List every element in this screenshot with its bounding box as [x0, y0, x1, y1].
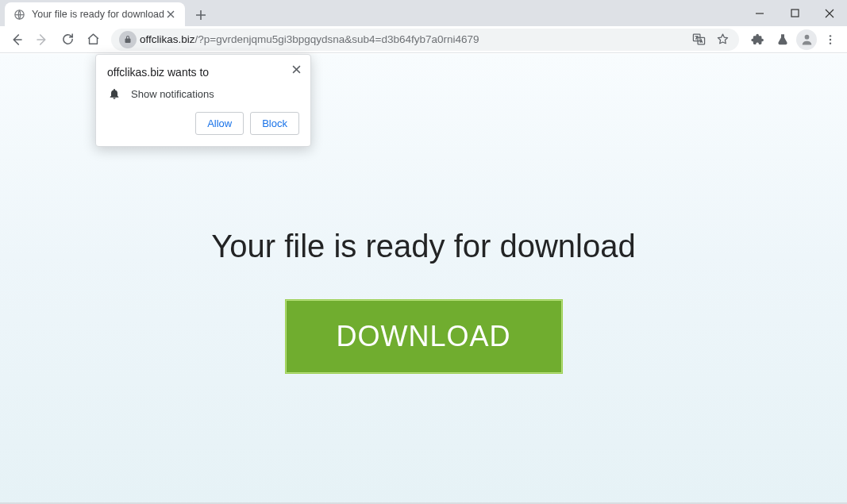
titlebar: Your file is ready for download: [0, 0, 847, 26]
url-host: offclikas.biz: [140, 33, 195, 45]
kebab-menu-icon[interactable]: [818, 29, 842, 51]
forward-button[interactable]: [30, 29, 54, 51]
svg-point-6: [830, 38, 831, 40]
minimize-button[interactable]: [742, 0, 777, 26]
block-button[interactable]: Block: [250, 112, 299, 135]
browser-toolbar: offclikas.biz/?p=gvrdenjqmu5gi3bpgqydsna…: [0, 26, 847, 53]
profile-avatar[interactable]: [796, 29, 817, 50]
svg-rect-1: [791, 10, 799, 17]
globe-icon: [13, 8, 25, 21]
bell-icon: [107, 87, 121, 101]
reload-button[interactable]: [56, 29, 79, 51]
popup-message: Show notifications: [131, 88, 214, 100]
allow-button[interactable]: Allow: [195, 112, 244, 135]
address-bar[interactable]: offclikas.biz/?p=gvrdenjqmu5gi3bpgqydsna…: [111, 29, 739, 51]
home-button[interactable]: [81, 29, 105, 51]
svg-point-4: [804, 35, 809, 40]
back-button[interactable]: [5, 29, 29, 51]
notification-permission-popup: offclikas.biz wants to Show notification…: [95, 54, 311, 147]
popup-close-icon[interactable]: [288, 61, 304, 77]
translate-icon[interactable]: [690, 31, 707, 48]
download-button[interactable]: DOWNLOAD: [285, 299, 563, 374]
browser-tab[interactable]: Your file is ready for download: [5, 2, 185, 26]
svg-point-5: [830, 35, 831, 37]
new-tab-button[interactable]: [190, 4, 212, 26]
url-path: /?p=gvrdenjqmu5gi3bpgqydsna&sub4=d3b64fy…: [195, 33, 479, 45]
page-headline: Your file is ready for download: [211, 229, 635, 264]
page-viewport: Your file is ready for download DOWNLOAD…: [0, 53, 847, 504]
popup-title: offclikas.biz wants to: [107, 66, 299, 79]
svg-point-7: [830, 42, 831, 44]
tab-close-icon[interactable]: [164, 8, 177, 21]
tab-title: Your file is ready for download: [32, 9, 164, 20]
bookmark-star-icon[interactable]: [714, 31, 731, 48]
labs-icon[interactable]: [771, 29, 795, 51]
extensions-icon[interactable]: [745, 29, 769, 51]
window-controls: [742, 0, 847, 26]
url-text: offclikas.biz/?p=gvrdenjqmu5gi3bpgqydsna…: [140, 33, 479, 45]
site-info-button[interactable]: [119, 31, 137, 48]
maximize-button[interactable]: [777, 0, 812, 26]
close-window-button[interactable]: [812, 0, 847, 26]
